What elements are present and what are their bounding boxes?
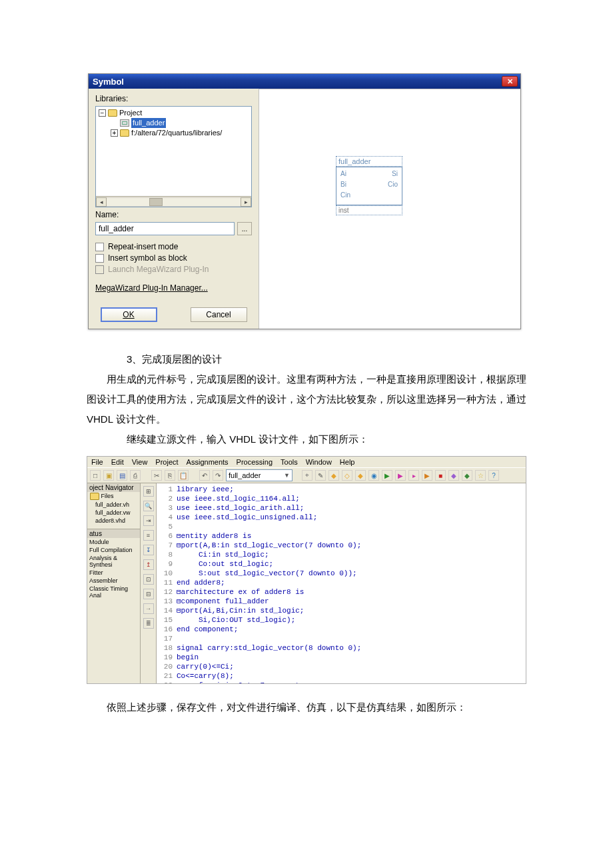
code-line[interactable]: 13⊟component full_adder <box>157 597 526 606</box>
dialog-titlebar[interactable]: Symbol ✕ <box>89 74 520 89</box>
undo-icon[interactable]: ↶ <box>199 470 210 481</box>
tool-icon[interactable]: ☆ <box>475 470 486 481</box>
task-item[interactable]: Assembler <box>87 577 140 585</box>
redo-icon[interactable]: ↷ <box>213 470 223 481</box>
tool-icon[interactable]: ◇ <box>342 470 352 481</box>
name-input[interactable] <box>95 222 235 235</box>
code-line[interactable]: 9 Co:out std_logic; <box>157 559 526 569</box>
tool-icon[interactable]: ≣ <box>143 618 154 629</box>
file-item[interactable]: full_adder.vh <box>87 501 140 509</box>
tool-icon[interactable]: ↥ <box>143 559 154 570</box>
close-button[interactable]: ✕ <box>502 76 518 87</box>
code-line[interactable]: 8 Ci:in std_logic; <box>157 550 526 559</box>
code-line[interactable]: 19begin <box>157 653 526 662</box>
tree-node-path[interactable]: + f:/altera/72/quartus/libraries/ <box>97 128 250 138</box>
tool-icon[interactable]: ⌖ <box>302 470 312 481</box>
tool-icon[interactable]: ↧ <box>143 545 154 555</box>
menu-project[interactable]: Project <box>155 458 178 466</box>
tool-icon[interactable]: ◉ <box>368 470 379 481</box>
save-icon[interactable]: ▤ <box>117 470 127 481</box>
menu-processing[interactable]: Processing <box>237 458 273 466</box>
tool-icon[interactable]: ▸ <box>408 470 419 481</box>
libraries-tree[interactable]: − Project full_adder + f:/altera/72/quar… <box>95 106 252 207</box>
code-line[interactable]: 12⊟architecture ex of adder8 is <box>157 587 526 597</box>
browse-button[interactable]: ... <box>237 222 252 235</box>
tool-icon[interactable]: ▶ <box>395 470 406 481</box>
repeat-insert-row[interactable]: Repeat-insert mode <box>95 242 252 251</box>
tool-icon[interactable]: ⇥ <box>143 515 154 526</box>
tree-node-project[interactable]: − Project <box>97 108 250 118</box>
cancel-button[interactable]: Cancel <box>191 307 247 322</box>
checkbox-icon[interactable] <box>95 254 104 263</box>
tree-h-scrollbar[interactable]: ◂ ▸ <box>96 196 251 207</box>
code-line[interactable]: 10 S:out std_logic_vector(7 downto 0)); <box>157 569 526 578</box>
task-item[interactable]: Full Compilation <box>87 546 140 554</box>
ide-menubar[interactable]: FileEditViewProjectAssignmentsProcessing… <box>87 457 526 467</box>
expand-icon[interactable]: + <box>111 129 118 137</box>
menu-tools[interactable]: Tools <box>281 458 298 466</box>
copy-icon[interactable]: ⎘ <box>165 470 175 481</box>
tool-icon[interactable]: → <box>143 603 154 614</box>
dropdown-icon[interactable]: ▼ <box>284 472 290 479</box>
find-icon[interactable]: 🔍 <box>143 501 154 511</box>
code-line[interactable]: 20carry(0)<=Ci; <box>157 662 526 671</box>
menu-file[interactable]: File <box>91 458 103 466</box>
code-line[interactable]: 22⊟gen:for i in 0 to 7 generate <box>157 681 526 683</box>
code-line[interactable]: 14⊟port(Ai,Bi,Cin:in std_logic; <box>157 606 526 615</box>
code-line[interactable]: 15 Si,Cio:OUT std_logic); <box>157 615 526 625</box>
menu-help[interactable]: Help <box>340 458 355 466</box>
task-item[interactable]: Classic Timing Anal <box>87 585 140 599</box>
tool-icon[interactable]: ◆ <box>448 470 459 481</box>
task-item[interactable]: Analysis & Synthesi <box>87 554 140 569</box>
help-icon[interactable]: ? <box>488 470 499 481</box>
megawizard-link[interactable]: MegaWizard Plug-In Manager... <box>95 283 252 293</box>
code-line[interactable]: 21Co<=carry(8); <box>157 671 526 681</box>
code-line[interactable]: 17 <box>157 634 526 643</box>
scroll-track[interactable] <box>107 197 241 207</box>
new-icon[interactable]: □ <box>90 470 101 481</box>
ok-button[interactable]: OK <box>101 307 157 322</box>
indent-icon[interactable]: ≡ <box>143 530 154 541</box>
nav-files-label[interactable]: Files <box>87 492 140 501</box>
ide-toolbar[interactable]: □ ▣ ▤ ⎙ ✂ ⎘ 📋 ↶ ↷ full_adder ▼ ⌖ ✎ ◆ ◇ ◆… <box>87 467 526 483</box>
code-line[interactable]: 5 <box>157 522 526 531</box>
tool-icon[interactable]: ⊟ <box>143 589 154 599</box>
menu-window[interactable]: Window <box>306 458 332 466</box>
code-line[interactable]: 11end adder8; <box>157 578 526 587</box>
project-navigator[interactable]: oject Navigator Files full_adder.vhfull_… <box>87 483 141 683</box>
tool-icon[interactable]: ▶ <box>422 470 432 481</box>
play-icon[interactable]: ▶ <box>382 470 392 481</box>
tree-node-full-adder[interactable]: full_adder <box>97 118 250 128</box>
code-line[interactable]: 3use ieee.std_logic_arith.all; <box>157 503 526 513</box>
open-icon[interactable]: ▣ <box>103 470 114 481</box>
entity-combo[interactable]: full_adder ▼ <box>226 469 293 481</box>
cut-icon[interactable]: ✂ <box>151 470 162 481</box>
checkbox-icon[interactable] <box>95 243 104 251</box>
scroll-right-button[interactable]: ▸ <box>241 197 251 207</box>
code-line[interactable]: 16end component; <box>157 625 526 634</box>
code-line[interactable]: 4use ieee.std_logic_unsigned.all; <box>157 513 526 522</box>
stop-icon[interactable]: ■ <box>435 470 446 481</box>
file-item[interactable]: full_adder.vw <box>87 509 140 517</box>
tool-icon[interactable]: ✎ <box>315 470 326 481</box>
scroll-left-button[interactable]: ◂ <box>96 197 107 207</box>
insert-block-row[interactable]: Insert symbol as block <box>95 253 252 263</box>
file-item[interactable]: adder8.vhd <box>87 517 140 525</box>
task-item[interactable]: Module <box>87 538 140 546</box>
code-line[interactable]: 1library ieee; <box>157 485 526 494</box>
tool-icon[interactable]: ◆ <box>355 470 366 481</box>
code-line[interactable]: 18signal carry:std_logic_vector(8 downto… <box>157 643 526 653</box>
scroll-thumb[interactable] <box>149 198 163 206</box>
tool-icon[interactable]: ⊞ <box>143 486 154 497</box>
tool-icon[interactable]: ◆ <box>462 470 472 481</box>
tool-icon[interactable]: ◆ <box>328 470 339 481</box>
code-line[interactable]: 7⊟port(A,B:in std_logic_vector(7 downto … <box>157 541 526 550</box>
paste-icon[interactable]: 📋 <box>178 470 189 481</box>
editor-gutter-tools[interactable]: ⊞ 🔍 ⇥ ≡ ↧ ↥ ⊡ ⊟ → ≣ <box>141 483 157 683</box>
collapse-icon[interactable]: − <box>99 109 106 117</box>
menu-edit[interactable]: Edit <box>111 458 124 466</box>
menu-assignments[interactable]: Assignments <box>187 458 229 466</box>
code-editor[interactable]: 1library ieee;2use ieee.std_logic_1164.a… <box>157 483 526 683</box>
tool-icon[interactable]: ⊡ <box>143 574 154 585</box>
code-line[interactable]: 6⊟entity adder8 is <box>157 531 526 541</box>
